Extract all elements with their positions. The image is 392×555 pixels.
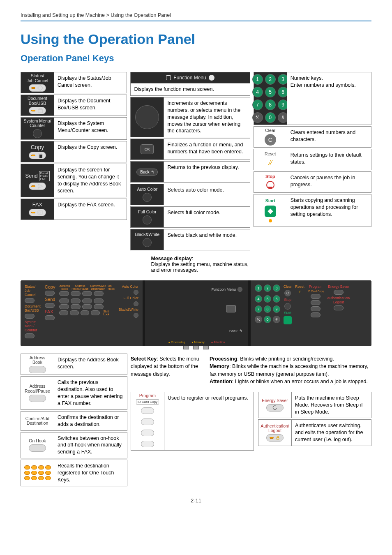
operation-panel-photo: Status/ Job Cancel Document Box/USB Syst… (21, 280, 371, 346)
onhook-key[interactable]: On Hook (21, 432, 54, 459)
reset-label: Reset (265, 152, 276, 156)
docbox-desc: Displays the Document Box/USB screen. (54, 95, 127, 116)
sysmenu-key[interactable]: System Menu/ Counter (21, 117, 54, 140)
program-key[interactable]: Program ID Card Copy (131, 392, 164, 451)
page-number: 2-11 (21, 497, 371, 504)
addrbook-key[interactable]: Address Book (21, 354, 54, 375)
menu-icon (166, 75, 171, 80)
num-key-7[interactable]: 7 (252, 99, 263, 110)
fax-desc: Displays the FAX screen. (54, 199, 127, 220)
mini-num-2: 2 (264, 284, 271, 292)
status-key[interactable]: Status/ Job Cancel (21, 72, 54, 93)
recall-key[interactable]: Address Recall/Pause (21, 376, 54, 410)
back-key-button: Back ↰ (136, 169, 158, 176)
num-key-*⁄.[interactable]: *⁄. (252, 112, 263, 123)
fax-key[interactable]: FAX (21, 199, 54, 220)
confirm-desc: Confirms the destination or adds a desti… (54, 411, 127, 431)
num-key-5[interactable]: 5 (265, 87, 276, 97)
stop-key[interactable]: Stop (254, 171, 287, 193)
svg-rect-6 (39, 212, 40, 213)
p-led2: Memory (194, 341, 205, 344)
svg-rect-1 (38, 109, 43, 113)
back-key[interactable]: Back ↰ (130, 161, 164, 183)
stop-desc: Cancels or pauses the job in progress. (287, 171, 371, 193)
onhook-button-icon (29, 444, 46, 452)
p-confirm: Confirm/Add Destination (90, 284, 106, 290)
fullcolor-label: Full Color (138, 210, 157, 214)
num-key-1[interactable]: 1 (252, 74, 263, 85)
bw-label: Black&White (135, 232, 160, 237)
breadcrumb: Installing and Setting up the Machine > … (21, 12, 371, 18)
svg-marker-9 (267, 208, 273, 214)
sysmenu-key-button (33, 129, 42, 138)
svg-rect-2 (39, 108, 42, 109)
p-recall: Address Recall/Pause (71, 284, 88, 290)
onetouch-desc: Recalls the destination registered for O… (54, 460, 127, 486)
autocolor-key[interactable]: Auto Color (130, 184, 164, 205)
recall-desc: Calls the previous destination. Also use… (54, 376, 127, 410)
program-slot-icon (141, 441, 154, 447)
fullcolor-button-icon (143, 215, 152, 224)
svg-rect-4 (39, 154, 42, 158)
confirm-key[interactable]: Confirm/Add Destination (21, 411, 54, 431)
p-energy: Energy Saver (328, 284, 349, 289)
back-desc: Returns to the previous display. (164, 161, 250, 183)
docbox-key-label: Document Box/USB (28, 96, 47, 105)
start-led-icon (269, 219, 272, 222)
docbox-key[interactable]: Document Box/USB (21, 95, 54, 116)
fullcolor-key[interactable]: Full Color (130, 206, 164, 228)
p-prog: Program (309, 284, 323, 289)
p-ok-icon (226, 305, 236, 312)
energy-button-icon (266, 404, 284, 412)
auth-key[interactable]: Authentication/ Logout (258, 419, 292, 446)
energy-key[interactable]: Energy Saver (258, 392, 292, 419)
p-addr: Address Book (59, 284, 70, 290)
send-key-label: Send (25, 173, 37, 179)
copy-key-label: Copy (31, 144, 44, 150)
send-key[interactable]: Send E-mail Folder FAX (21, 164, 54, 197)
clear-label: Clear (265, 128, 275, 133)
stop-icon (265, 180, 275, 190)
start-label: Start (265, 199, 275, 203)
indicators-desc: Processing: Blinks while printing or sen… (210, 355, 371, 385)
onetouch-key[interactable] (21, 460, 54, 486)
bw-button-icon (143, 238, 152, 247)
mini-num-1: 1 (255, 284, 262, 292)
num-key-4[interactable]: 4 (252, 87, 263, 97)
arrow-pad-key[interactable] (130, 97, 164, 137)
num-key-2[interactable]: 2 (265, 74, 276, 85)
page-title: Using the Operation Panel (21, 31, 371, 47)
mini-num-7: 7 (255, 305, 262, 313)
function-menu-key[interactable]: Function Menu (130, 72, 250, 83)
confirm-label: Confirm/Add Destination (25, 416, 49, 426)
p-bw: Black&White (119, 308, 138, 312)
mini-num-0: 0 (264, 316, 271, 323)
program-label: Program (139, 393, 156, 398)
start-key[interactable]: Start (254, 194, 287, 227)
ok-key[interactable]: OK (130, 139, 164, 160)
bw-key[interactable]: Black&White (130, 229, 164, 250)
clear-key[interactable]: Clear C (254, 126, 287, 148)
fullcolor-desc: Selects full color mode. (164, 206, 250, 228)
sysmenu-desc: Displays the System Menu/Counter screen. (54, 117, 127, 140)
p-auth: Authentication/ Logout (327, 296, 350, 304)
num-key-0[interactable]: 0 (265, 112, 276, 123)
num-key-8[interactable]: 8 (265, 99, 276, 110)
auth-desc: Authenticates user switching, and exits … (292, 419, 371, 446)
processing-body: : Blinks while printing or sending/recei… (237, 356, 334, 362)
copy-key[interactable]: Copy (21, 141, 54, 162)
attention-title: Attention (210, 379, 232, 384)
addrbook-button-icon (29, 366, 46, 373)
mini-num-3: 3 (273, 284, 280, 292)
p-doc: Document Box/USB (25, 304, 41, 312)
addrbook-label: Address Book (30, 356, 46, 365)
reset-desc: Returns settings to their default states… (287, 149, 371, 170)
program-slot-icon (141, 430, 154, 436)
arrow-pad-desc: Increments or decrements numbers, or sel… (164, 97, 250, 137)
back-arrow-icon: ↰ (151, 170, 154, 174)
autocolor-label: Auto Color (137, 187, 158, 192)
p-func: Function Menu (211, 287, 236, 291)
recall-label: Address Recall/Pause (25, 384, 50, 393)
numeric-keypad[interactable]: 123456789*⁄.0# (254, 72, 287, 125)
reset-key[interactable]: Reset ⫽ (254, 149, 287, 170)
